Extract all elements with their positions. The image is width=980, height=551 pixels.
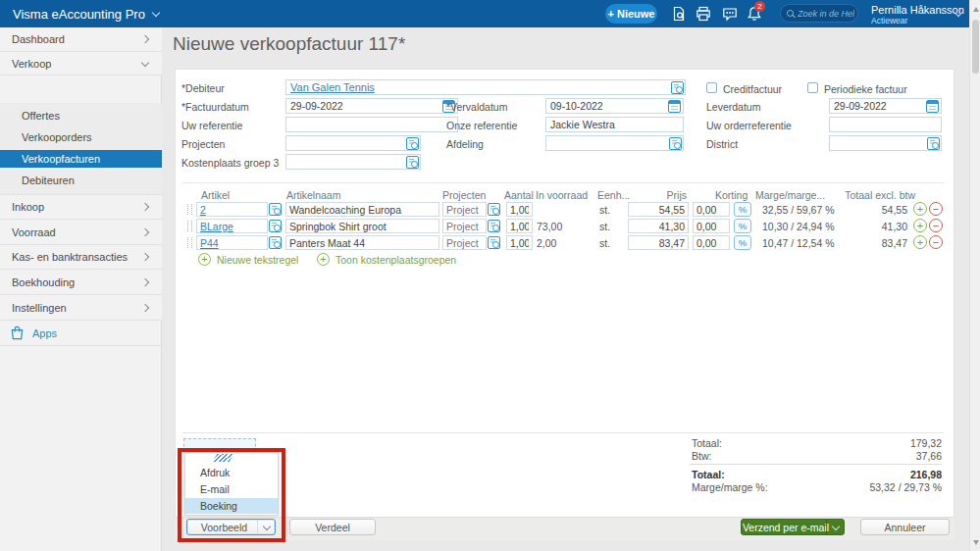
periodieke-factuur-checkbox[interactable] (807, 82, 818, 93)
vervaldatum-calendar-icon[interactable] (668, 100, 681, 113)
sidebar-item-verkoop[interactable]: Verkoop (0, 52, 162, 75)
menu-item-boeking[interactable]: Boeking (185, 498, 278, 514)
help-search[interactable] (780, 4, 858, 23)
creditfactuur-checkbox[interactable] (706, 82, 717, 93)
percent-button[interactable]: % (734, 235, 751, 250)
district-input[interactable] (829, 135, 942, 151)
verzend-button[interactable]: Verzend per e-mail (741, 519, 845, 535)
debiteur-lookup-icon[interactable] (671, 81, 684, 94)
remove-row-button[interactable]: − (929, 235, 943, 249)
korting-input[interactable] (693, 235, 730, 250)
scrollbar-thumb[interactable] (972, 20, 979, 74)
app-menu[interactable]: Visma eAccounting Pro (13, 0, 159, 27)
district-lookup-icon[interactable] (927, 137, 940, 150)
annuleer-button[interactable]: Annuleer (860, 519, 950, 535)
projecten-lookup-icon[interactable] (406, 137, 419, 150)
project-lookup-icon[interactable] (488, 236, 500, 249)
artikelnaam-input[interactable] (285, 235, 439, 250)
project-lookup-icon[interactable] (488, 220, 500, 232)
new-button[interactable]: + Nieuwe (605, 4, 657, 24)
add-row-button[interactable]: + (913, 219, 927, 232)
uw-orderreferentie-input[interactable] (829, 117, 942, 132)
sidebar-item-boekhouding[interactable]: Boekhouding (0, 270, 162, 295)
artikel-cell[interactable]: P44 (196, 235, 268, 250)
sidebar-item-apps[interactable]: Apps (0, 321, 162, 346)
menu-item-email[interactable]: E-mail (185, 481, 278, 497)
add-text-row-link[interactable]: + Nieuwe tekstregel (198, 253, 298, 266)
remove-row-button[interactable]: − (929, 202, 943, 216)
sidebar-item-voorraad[interactable]: Voorraad (0, 220, 162, 245)
chat-icon[interactable] (722, 6, 738, 22)
popup-drag-handle-icon[interactable] (213, 454, 234, 462)
prijs-input[interactable] (628, 219, 689, 233)
kostenplaats-input[interactable] (285, 154, 421, 170)
vertical-scrollbar[interactable] (969, 0, 980, 551)
artikel-cell[interactable]: BLarge (196, 219, 268, 233)
sidebar-item-inkoop[interactable]: Inkoop (0, 195, 162, 220)
sidebar-item-debiteuren[interactable]: Debiteuren (0, 172, 162, 189)
factuurdatum-label: *Factuurdatum (181, 101, 249, 113)
chevron-down-icon (152, 8, 160, 16)
voorbeeld-chevron-icon[interactable] (257, 520, 275, 534)
show-cost-groups-link[interactable]: + Toon kostenplaatsgroepen (317, 253, 456, 266)
project-input[interactable] (442, 202, 487, 217)
debiteur-field[interactable]: Van Galen Tennis (285, 79, 686, 95)
project-input[interactable] (442, 235, 487, 250)
korting-input[interactable] (693, 219, 730, 233)
kostenplaats-lookup-icon[interactable] (406, 156, 419, 169)
afdeling-lookup-icon[interactable] (669, 137, 682, 150)
artikel-lookup-icon[interactable] (269, 236, 282, 249)
project-lookup-icon[interactable] (488, 203, 500, 216)
prijs-input[interactable] (628, 202, 689, 217)
sidebar-item-kas-banktransacties[interactable]: Kas- en banktransacties (0, 245, 162, 270)
menu-item-afdruk[interactable]: Afdruk (185, 465, 278, 480)
document-search-icon[interactable] (671, 6, 687, 22)
eenheid-value: st. (599, 237, 610, 249)
sidebar-item-verkooporders[interactable]: Verkooporders (0, 128, 162, 146)
row-drag-handle[interactable] (187, 221, 192, 231)
voorbeeld-button[interactable]: Voorbeeld (186, 519, 276, 535)
add-row-button[interactable]: + (913, 235, 927, 249)
aantal-input[interactable] (506, 219, 533, 233)
scroll-down-icon[interactable] (973, 540, 979, 545)
verdeel-button[interactable]: Verdeel (289, 519, 376, 535)
sidebar-item-offertes[interactable]: Offertes (0, 107, 162, 125)
debiteur-label: *Debiteur (181, 82, 225, 94)
voorraad-value: 73,00 (537, 221, 562, 232)
help-search-input[interactable] (798, 9, 854, 19)
scroll-up-icon[interactable] (973, 7, 979, 12)
artikel-cell[interactable]: 2 (196, 202, 268, 217)
vervaldatum-input[interactable] (545, 98, 684, 114)
afdeling-input[interactable] (545, 135, 684, 151)
leverdatum-input[interactable] (829, 98, 942, 114)
percent-button[interactable]: % (734, 202, 751, 217)
artikel-lookup-icon[interactable] (269, 203, 282, 216)
artikel-lookup-icon[interactable] (269, 220, 282, 232)
project-input[interactable] (442, 219, 487, 233)
add-row-button[interactable]: + (913, 202, 927, 216)
attachment-drop-zone (183, 438, 256, 452)
prijs-input[interactable] (628, 235, 689, 250)
btw-value: 37,66 (916, 450, 942, 462)
onze-referentie-input[interactable] (545, 117, 684, 132)
aantal-input[interactable] (506, 235, 533, 250)
col-header-aantal: Aantal (504, 189, 534, 201)
artikelnaam-input[interactable] (285, 219, 439, 233)
sidebar-item-instellingen[interactable]: Instellingen (0, 295, 162, 321)
row-drag-handle[interactable] (187, 237, 192, 248)
sidebar-item-verkoopfacturen[interactable]: Verkoopfacturen (0, 150, 162, 168)
artikelnaam-input[interactable] (285, 202, 439, 217)
print-icon[interactable] (696, 6, 711, 22)
row-drag-handle[interactable] (187, 204, 192, 215)
uw-referentie-input[interactable] (285, 117, 458, 132)
percent-button[interactable]: % (734, 219, 751, 233)
sidebar-item-dashboard[interactable]: Dashboard (0, 27, 162, 52)
aantal-input[interactable] (506, 202, 533, 217)
factuurdatum-input[interactable] (285, 98, 458, 114)
projecten-input[interactable] (285, 135, 421, 151)
leverdatum-calendar-icon[interactable] (926, 100, 939, 113)
debiteur-link[interactable]: Van Galen Tennis (290, 81, 375, 93)
korting-input[interactable] (693, 202, 730, 217)
verzend-chevron-icon[interactable] (826, 520, 844, 534)
remove-row-button[interactable]: − (929, 219, 943, 232)
